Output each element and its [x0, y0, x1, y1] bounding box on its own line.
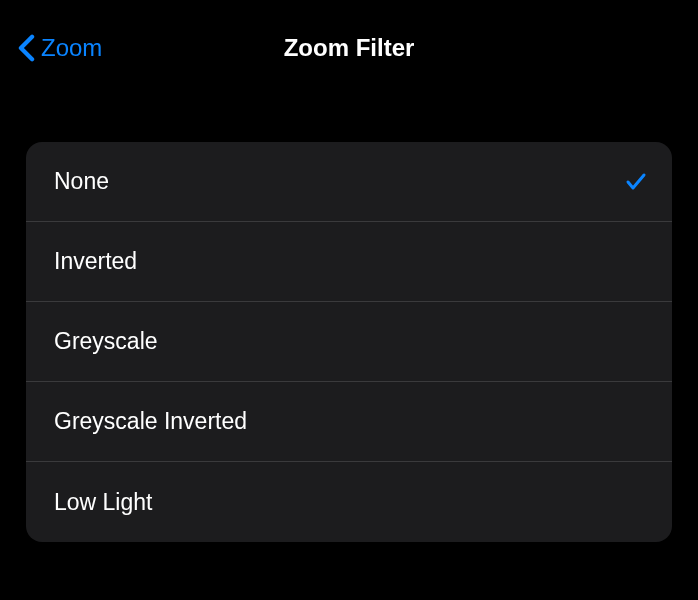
nav-bar: Zoom Zoom Filter [0, 0, 698, 72]
options-list: None Inverted Greyscale Greyscale Invert… [26, 142, 672, 542]
option-label: Greyscale Inverted [54, 408, 247, 435]
chevron-left-icon [18, 34, 35, 62]
option-greyscale[interactable]: Greyscale [26, 302, 672, 382]
option-label: Low Light [54, 489, 152, 516]
option-low-light[interactable]: Low Light [26, 462, 672, 542]
page-title: Zoom Filter [284, 34, 415, 62]
checkmark-icon [624, 170, 648, 194]
option-label: None [54, 168, 109, 195]
option-label: Inverted [54, 248, 137, 275]
option-inverted[interactable]: Inverted [26, 222, 672, 302]
option-label: Greyscale [54, 328, 158, 355]
option-greyscale-inverted[interactable]: Greyscale Inverted [26, 382, 672, 462]
option-none[interactable]: None [26, 142, 672, 222]
back-button[interactable]: Zoom [18, 34, 102, 62]
back-label: Zoom [41, 34, 102, 62]
